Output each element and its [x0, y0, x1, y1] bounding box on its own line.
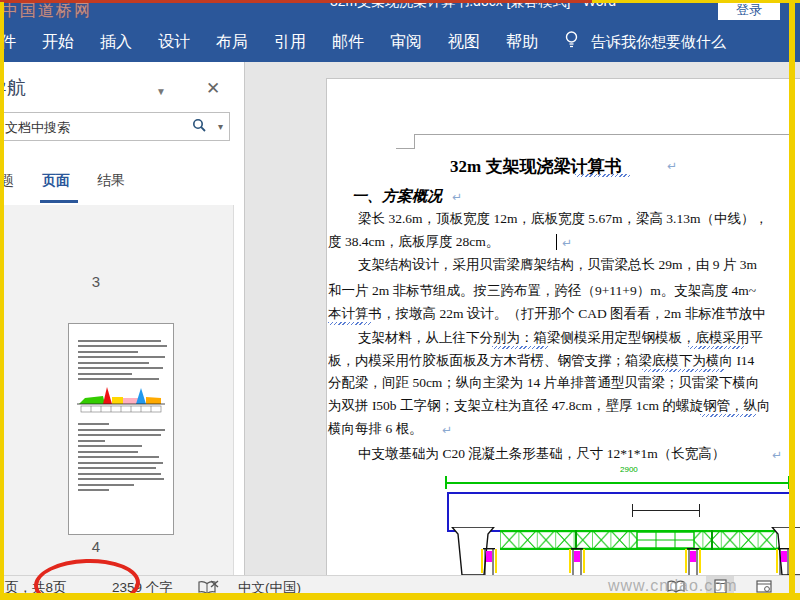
- ribbon-tab-references[interactable]: 引用: [274, 32, 306, 53]
- ribbon-tab-help[interactable]: 帮助: [506, 32, 538, 53]
- frame-right-yellow: [789, 0, 795, 600]
- dimension-label: 2900: [620, 465, 638, 474]
- text-boundary-corner: [396, 148, 415, 149]
- search-options-caret-icon[interactable]: ▾: [218, 121, 223, 132]
- document-line[interactable]: 本计算书，按墩高 22m 设计。（打开那个 CAD 图看看，2m 非标准节放中: [328, 305, 766, 323]
- ribbon-tab-mailings[interactable]: 邮件: [332, 32, 364, 53]
- frame-bottom-yellow: [0, 593, 800, 600]
- spellcheck-squiggle: [575, 174, 630, 177]
- document-line[interactable]: 板，内模采用竹胶板面板及方木背楞、钢管支撑；箱梁底模下为横向 I14: [328, 352, 754, 370]
- ribbon-tab-insert[interactable]: 插入: [100, 32, 132, 53]
- ribbon-tab-home[interactable]: 开始: [42, 32, 74, 53]
- dimension-line: [632, 510, 700, 511]
- ribbon-tab-row: 文件 开始 插入 设计 布局 引用 邮件 审阅 视图 帮助 告诉我你想要做什么: [0, 22, 800, 62]
- chevron-down-icon[interactable]: ▼: [156, 86, 166, 97]
- spellcheck-squiggle: [700, 414, 756, 417]
- spellcheck-squiggle: [328, 322, 372, 325]
- search-icon[interactable]: [192, 118, 207, 137]
- page-number-label: 3: [60, 273, 132, 290]
- document-line[interactable]: 分配梁，间距 50cm；纵向主梁为 14 片单排普通型贝雷梁；贝雷梁下横向: [328, 374, 760, 392]
- paragraph-mark: ↵: [772, 448, 782, 462]
- tell-me-box[interactable]: 告诉我你想要做什么: [591, 33, 726, 52]
- page-number-label: 4: [60, 538, 132, 555]
- spellcheck-squiggle: [492, 346, 548, 349]
- ribbon-tab-design[interactable]: 设计: [158, 32, 190, 53]
- text-cursor: [556, 234, 557, 250]
- paragraph-mark: ↵: [562, 236, 572, 250]
- document-line[interactable]: 和一片 2m 非标节组成。按三跨布置，跨径（9+11+9）m。支架高度 4m~: [328, 282, 756, 300]
- site-watermark-top: 中国道桥网: [2, 1, 92, 22]
- section-heading[interactable]: 一、方案概况: [352, 187, 442, 206]
- document-line[interactable]: 梁长 32.6m，顶板宽度 12m，底板宽度 5.67m，梁高 3.13m（中线…: [358, 210, 768, 228]
- girder-outline: [447, 492, 793, 532]
- search-placeholder: 文档中搜索: [5, 119, 70, 137]
- ribbon-tab-view[interactable]: 视图: [448, 32, 480, 53]
- document-line[interactable]: 横向每排 6 根。: [328, 420, 423, 438]
- paragraph-mark: ↵: [667, 159, 677, 173]
- ribbon-tab-layout[interactable]: 布局: [216, 32, 248, 53]
- thumbnail-diagram: [77, 384, 165, 418]
- text-boundary-line: [414, 134, 790, 135]
- frame-left-yellow: [0, 2, 4, 600]
- text-boundary-corner: [414, 134, 415, 149]
- nav-tab-results[interactable]: 结果: [97, 172, 125, 190]
- ribbon-tab-review[interactable]: 审阅: [390, 32, 422, 53]
- active-tab-underline: [40, 200, 78, 203]
- spellcheck-squiggle: [642, 369, 724, 372]
- spellcheck-squiggle: [688, 346, 744, 349]
- page-thumbnail[interactable]: [68, 323, 174, 535]
- frame-top-yellow: [592, 0, 800, 3]
- page-thumbnails-panel[interactable]: 3: [0, 205, 234, 575]
- word-window: 32m支架现浇梁计算书.docx [兼容模式] - Word 登录 中国道桥网 …: [0, 0, 800, 600]
- frame-top-red: [0, 0, 592, 3]
- dimension-tick: [445, 476, 447, 489]
- sign-in-button[interactable]: 登录: [718, 0, 780, 20]
- document-line[interactable]: 中支墩基础为 C20 混凝土条形基础，尺寸 12*1*1m（长宽高）: [358, 445, 725, 463]
- dimension-line: [445, 482, 790, 484]
- document-line[interactable]: 为双拼 I50b 工字钢；支架立柱为直径 47.8cm，壁厚 1cm 的螺旋钢管…: [328, 397, 770, 415]
- navigation-pane: 导航 ▼ ✕ 文档中搜索 ▾ 标题 页面 结果 3: [0, 62, 245, 575]
- document-line[interactable]: 度 38.4cm，底板厚度 28cm。: [328, 233, 499, 251]
- nav-tab-pages[interactable]: 页面: [42, 172, 70, 190]
- document-line[interactable]: 支架材料，从上往下分别为：箱梁侧模采用定型钢模板，底模采用平: [358, 329, 763, 347]
- tell-me-bulb-icon: [564, 30, 579, 54]
- document-line[interactable]: 支架结构设计，采用贝雷梁膺架结构，贝雷梁总长 29m，由 9 片 3m: [358, 256, 757, 274]
- paragraph-mark: ↵: [452, 190, 462, 204]
- title-bar: 32m支架现浇梁计算书.docx [兼容模式] - Word 登录: [0, 0, 800, 22]
- bailey-truss: [500, 530, 794, 554]
- document-search-input[interactable]: 文档中搜索 ▾: [0, 112, 230, 141]
- close-icon[interactable]: ✕: [206, 78, 220, 99]
- paragraph-mark: ↵: [442, 423, 452, 437]
